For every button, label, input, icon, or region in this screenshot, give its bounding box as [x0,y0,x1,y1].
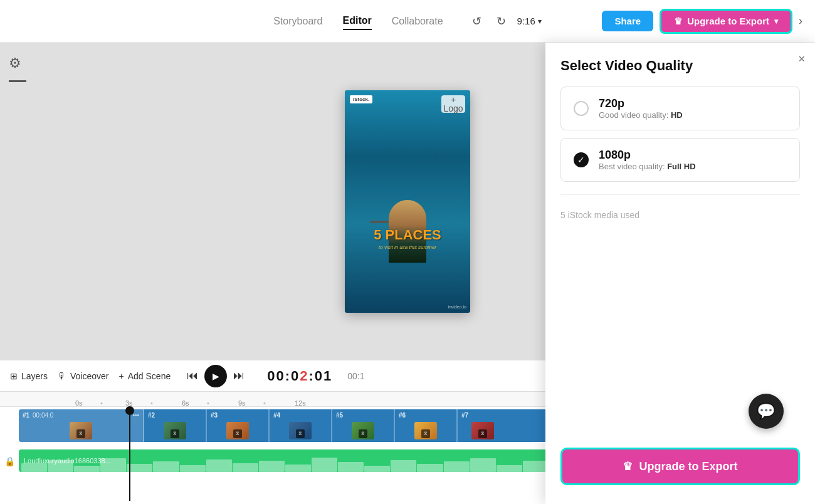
logo-button[interactable]: + Logo [441,95,465,113]
main-area: ⚙ iStock. + Logo 5 PLACES to visit in us… [0,43,815,504]
tab-editor[interactable]: Editor [343,13,372,30]
quality-info-720p: 720p Good video quality: HD [599,97,683,120]
scene-dots-1: ••• [132,412,139,419]
wave-bar [180,465,206,472]
more-button[interactable]: › [799,14,802,28]
left-toolbar: ⚙ [9,55,26,82]
ruler-mark-9s: 9s [238,399,246,407]
quality-option-720p[interactable]: 720p Good video quality: HD [560,87,800,130]
upgrade-export-button-top[interactable]: ♛ Upgrade to Export ▾ [660,9,792,34]
wave-bar [338,462,364,472]
scene-num-2: #2 [148,412,155,419]
wave-bar [127,464,152,472]
ruler-mark-6s: 6s [182,399,189,407]
layers-icon: ⊞ [10,371,18,381]
tab-collaborate[interactable]: Collaborate [392,13,443,29]
scrub-indicator [370,221,389,223]
quality-option-1080p[interactable]: ✓ 1080p Best video quality: Full HD [560,138,800,182]
ruler-mark-0s: 0s [75,399,83,407]
scene-num-3: #3 [211,412,218,419]
voiceover-button[interactable]: 🎙 Voiceover [58,371,108,381]
scene-block-5[interactable]: #5 ⧖ [332,409,395,442]
tool-divider [9,80,26,82]
wave-bar [259,461,285,472]
crown-icon-main: ♛ [623,459,633,473]
quality-info-1080p: 1080p Best video quality: Full HD [599,149,696,171]
scene-num-7: #7 [461,412,468,419]
ruler-mark-12s: 12s [295,399,306,407]
scene-thumb-7: ⧖ [471,422,494,439]
timecode-prefix: 00:0 [267,368,300,384]
wave-bar [497,465,522,472]
undo-button[interactable]: ↺ [468,12,485,31]
wave-bar [364,466,390,472]
nav-right: Share ♛ Upgrade to Export ▾ › [602,9,802,34]
video-watermark: invideo.io [448,305,466,309]
upgrade-top-label: Upgrade to Export [687,16,769,26]
top-nav: Storyboard Editor Collaborate ↺ ↻ 9:16 ▾… [0,0,815,43]
scene-thumb-4: ⧖ [289,422,312,439]
quality-desc-720p: Good video quality: HD [599,110,683,120]
redo-button[interactable]: ↻ [493,12,510,31]
scene-icon-1: ⧖ [76,429,85,438]
tab-storyboard[interactable]: Storyboard [273,13,322,29]
panel-title: Select Video Quality [560,58,800,74]
timecode-highlight: 2 [300,368,308,384]
scene-block-6[interactable]: #6 ⧖ [395,409,458,442]
video-title: 5 PLACES [345,228,470,242]
wave-bar [417,464,443,472]
chevron-down-icon: ▾ [774,17,778,26]
checkmark-icon: ✓ [577,155,585,165]
wave-bar [74,466,100,472]
upgrade-export-button-main[interactable]: ♛ Upgrade to Export [560,448,800,485]
panel-close-button[interactable]: × [798,53,805,66]
duration-label: 00:1 [347,371,364,381]
scene-block-2[interactable]: #2 ⧖ [144,409,207,442]
audio-filename: Loudluxuryaudio16860338... [24,457,111,465]
scene-block-3[interactable]: #3 ⧖ [207,409,270,442]
chat-button[interactable]: 💬 [749,394,784,429]
panel-divider [560,194,800,195]
ruler-dot: • [150,399,153,407]
scene-block-1[interactable]: #1 00:04:0 ••• ⧖ [19,409,144,442]
scene-num-5: #5 [336,412,343,419]
mic-icon: 🎙 [58,371,66,381]
scene-block-4[interactable]: #4 ⧖ [270,409,332,442]
nav-tabs: Storyboard Editor Collaborate [273,13,443,30]
scene-icon-7: ⧖ [478,429,487,438]
wave-bar [470,458,496,472]
scene-thumb-2: ⧖ [164,422,186,439]
aspect-ratio-button[interactable]: 9:16 ▾ [517,16,542,26]
istock-badge: iStock. [350,95,372,103]
ruler-mark-3s: 3s [125,399,133,407]
add-scene-label: Add Scene [128,371,171,381]
wave-bar [444,461,470,472]
scene-duration-1: 00:04:0 [33,412,53,419]
chevron-down-icon: ▾ [538,17,542,26]
upgrade-main-label: Upgrade to Export [639,460,737,473]
track-label [0,407,19,444]
video-preview: iStock. + Logo 5 PLACES to visit in usa … [345,90,470,313]
video-text-overlay: 5 PLACES to visit in usa this summer [345,228,470,250]
share-button[interactable]: Share [602,11,653,31]
timecode: 00:02:01 [267,368,332,384]
istock-media-info: 5 iStock media used [560,207,800,223]
wave-bar [153,461,179,472]
tool-icon[interactable]: ⚙ [9,55,26,71]
transport-controls: ⏮ ▶ ⏭ [187,365,244,387]
scene-thumb-3: ⧖ [226,422,249,439]
skip-forward-button[interactable]: ⏭ [233,369,244,382]
scene-block-7[interactable]: #7 ⧖ [458,409,508,442]
layers-button[interactable]: ⊞ Layers [10,371,48,381]
wave-bar [233,463,258,472]
video-subtitle: to visit in usa this summer [345,244,470,250]
aspect-ratio-label: 9:16 [517,16,535,26]
skip-back-button[interactable]: ⏮ [187,369,198,382]
add-scene-button[interactable]: + Add Scene [119,371,171,381]
quality-name-1080p: 1080p [599,149,696,162]
scene-icon-6: ⧖ [421,429,430,438]
scene-num-4: #4 [273,412,280,419]
play-button[interactable]: ▶ [204,365,227,387]
scene-num-1: #1 [23,412,29,419]
audio-track-label: 🔒 [0,446,19,477]
